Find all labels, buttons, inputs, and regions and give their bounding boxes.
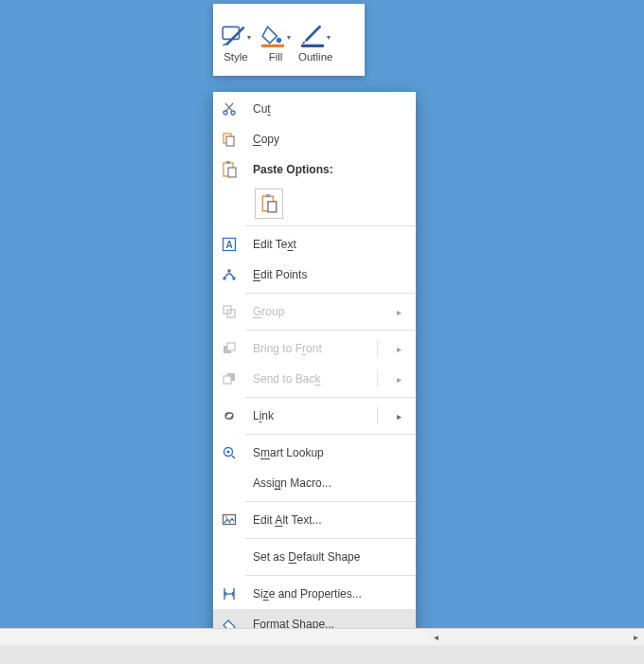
separator — [245, 225, 416, 226]
edit-text-icon: A — [222, 237, 237, 252]
menu-edit-alt-text[interactable]: Edit Alt Text... — [213, 505, 416, 535]
svg-rect-3 — [301, 45, 324, 47]
svg-rect-18 — [228, 270, 231, 273]
group-icon — [222, 304, 237, 319]
menu-size-and-properties[interactable]: Size and Properties... — [213, 579, 416, 609]
paste-options-row — [213, 185, 416, 223]
svg-point-4 — [224, 111, 227, 115]
menu-label: Bring to Front — [253, 342, 322, 355]
menu-label: Edit Points — [253, 268, 307, 281]
split-divider — [377, 340, 378, 357]
menu-assign-macro[interactable]: Assign Macro... — [213, 468, 416, 498]
svg-rect-10 — [228, 168, 236, 177]
chevron-down-icon: ▾ — [247, 33, 251, 42]
menu-label: Smart Lookup — [253, 446, 324, 459]
separator — [245, 330, 416, 331]
outline-pen-icon — [300, 23, 325, 47]
fill-bucket-icon — [260, 23, 285, 47]
svg-rect-24 — [224, 376, 231, 384]
svg-point-29 — [225, 516, 227, 518]
style-label: Style — [224, 51, 248, 64]
svg-point-27 — [226, 450, 229, 453]
svg-point-1 — [277, 38, 281, 43]
document-canvas[interactable]: ▾ Style ▾ Fill ▾ — [0, 0, 644, 628]
menu-label: Send to Back — [253, 372, 320, 386]
menu-group: Group ▸ — [213, 296, 416, 327]
svg-rect-7 — [226, 136, 234, 146]
svg-rect-17 — [233, 278, 236, 280]
split-divider — [377, 370, 378, 387]
menu-label: Assign Macro... — [253, 476, 331, 490]
chevron-down-icon: ▾ — [287, 33, 291, 42]
menu-label: Cut — [253, 102, 271, 116]
scroll-right-arrow[interactable]: ▸ — [628, 629, 644, 645]
menu-label: Set as Default Shape — [253, 550, 360, 564]
menu-bring-to-front: Bring to Front ▸ — [213, 333, 416, 364]
menu-label: Group — [253, 305, 284, 318]
svg-rect-22 — [227, 343, 235, 350]
menu-edit-text[interactable]: A Edit Text — [213, 229, 416, 260]
menu-paste-options-header: Paste Options: — [213, 154, 416, 185]
svg-line-26 — [232, 456, 235, 458]
separator — [245, 293, 416, 294]
copy-icon — [222, 132, 237, 147]
menu-cut[interactable]: Cut — [213, 94, 416, 124]
svg-rect-9 — [226, 161, 230, 164]
fill-button[interactable]: ▾ Fill — [257, 8, 295, 64]
edit-points-icon — [222, 267, 237, 282]
status-strip — [0, 645, 644, 664]
svg-rect-13 — [268, 202, 277, 212]
mini-toolbar: ▾ Style ▾ Fill ▾ — [213, 4, 365, 76]
paste-option-keep-source[interactable] — [255, 188, 283, 219]
svg-text:A: A — [225, 240, 232, 250]
menu-set-default-shape[interactable]: Set as Default Shape — [213, 542, 416, 572]
context-menu: Cut Copy Paste Options: A Edit Text Edit… — [213, 92, 416, 641]
svg-rect-12 — [266, 194, 270, 197]
alt-text-icon — [222, 512, 237, 528]
svg-point-5 — [231, 111, 235, 115]
chevron-right-icon: ▸ — [389, 344, 408, 354]
smart-lookup-icon — [222, 445, 237, 460]
scissors-icon — [222, 101, 237, 117]
style-icon — [221, 23, 245, 47]
separator — [245, 434, 416, 435]
style-button[interactable]: ▾ Style — [217, 8, 255, 64]
scroll-left-arrow[interactable]: ◂ — [428, 629, 444, 645]
menu-edit-points[interactable]: Edit Points — [213, 260, 416, 290]
menu-label: Paste Options: — [253, 163, 408, 176]
separator — [245, 575, 416, 576]
separator — [245, 538, 416, 539]
menu-link[interactable]: Link ▸ — [213, 401, 416, 431]
horizontal-scrollbar[interactable]: ◂ ▸ — [428, 629, 644, 645]
menu-label: Copy — [253, 133, 279, 146]
separator — [245, 501, 416, 502]
menu-label: Link — [253, 409, 274, 422]
menu-label: Size and Properties... — [253, 587, 362, 601]
clipboard-icon — [222, 161, 237, 178]
bring-front-icon — [222, 341, 237, 356]
svg-rect-2 — [261, 45, 284, 47]
outline-label: Outline — [298, 51, 332, 64]
link-icon — [222, 408, 237, 423]
fill-label: Fill — [269, 51, 283, 64]
svg-rect-16 — [224, 278, 226, 280]
split-divider — [377, 407, 378, 424]
menu-label: Edit Text — [253, 238, 296, 251]
outline-button[interactable]: ▾ Outline — [296, 8, 334, 64]
clipboard-icon — [260, 194, 277, 213]
chevron-down-icon: ▾ — [327, 33, 331, 42]
menu-copy[interactable]: Copy — [213, 124, 416, 154]
chevron-right-icon: ▸ — [389, 374, 408, 385]
bottom-bar: ◂ ▸ — [0, 628, 644, 664]
menu-send-to-back: Send to Back ▸ — [213, 364, 416, 394]
size-icon — [222, 586, 237, 601]
menu-label: Edit Alt Text... — [253, 513, 322, 527]
send-back-icon — [222, 371, 237, 386]
menu-smart-lookup[interactable]: Smart Lookup — [213, 438, 416, 468]
chevron-right-icon: ▸ — [389, 307, 408, 317]
chevron-right-icon: ▸ — [389, 411, 408, 422]
separator — [245, 397, 416, 398]
